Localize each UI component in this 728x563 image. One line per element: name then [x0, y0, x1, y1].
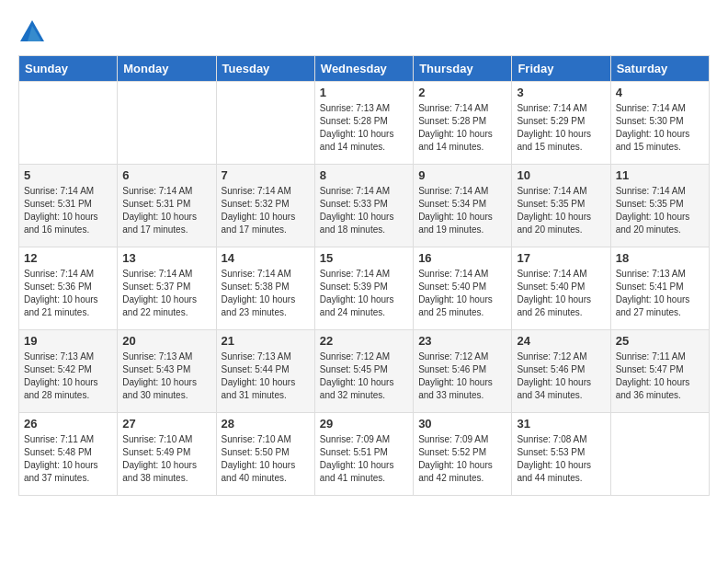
day-number: 12: [24, 251, 112, 265]
day-number: 22: [320, 334, 408, 348]
calendar-cell: [118, 82, 216, 165]
calendar-cell: 1Sunrise: 7:13 AM Sunset: 5:28 PM Daylig…: [314, 82, 413, 165]
calendar-cell: 9Sunrise: 7:14 AM Sunset: 5:34 PM Daylig…: [414, 165, 512, 247]
day-info: Sunrise: 7:14 AM Sunset: 5:33 PM Dayligh…: [320, 185, 408, 236]
day-number: 13: [122, 251, 210, 265]
calendar-cell: 17Sunrise: 7:14 AM Sunset: 5:40 PM Dayli…: [512, 247, 610, 330]
day-info: Sunrise: 7:14 AM Sunset: 5:37 PM Dayligh…: [122, 268, 210, 319]
logo: [18, 18, 48, 46]
calendar-cell: 7Sunrise: 7:14 AM Sunset: 5:32 PM Daylig…: [216, 165, 314, 247]
calendar-week-5: 26Sunrise: 7:11 AM Sunset: 5:48 PM Dayli…: [19, 413, 710, 496]
day-info: Sunrise: 7:10 AM Sunset: 5:50 PM Dayligh…: [222, 433, 310, 485]
page-header: [18, 18, 710, 46]
calendar-cell: 20Sunrise: 7:13 AM Sunset: 5:43 PM Dayli…: [118, 330, 216, 413]
day-number: 7: [222, 168, 310, 182]
calendar-cell: 15Sunrise: 7:14 AM Sunset: 5:39 PM Dayli…: [314, 247, 413, 330]
day-info: Sunrise: 7:14 AM Sunset: 5:35 PM Dayligh…: [517, 185, 605, 236]
day-number: 2: [418, 86, 506, 99]
day-number: 23: [418, 334, 506, 348]
calendar-cell: 2Sunrise: 7:14 AM Sunset: 5:28 PM Daylig…: [414, 82, 512, 165]
calendar-week-1: 1Sunrise: 7:13 AM Sunset: 5:28 PM Daylig…: [19, 82, 710, 165]
day-info: Sunrise: 7:14 AM Sunset: 5:29 PM Dayligh…: [517, 102, 605, 154]
day-header-sunday: Sunday: [19, 56, 118, 82]
day-info: Sunrise: 7:10 AM Sunset: 5:49 PM Dayligh…: [122, 433, 210, 485]
day-info: Sunrise: 7:12 AM Sunset: 5:46 PM Dayligh…: [418, 350, 506, 402]
calendar-cell: 21Sunrise: 7:13 AM Sunset: 5:44 PM Dayli…: [216, 330, 314, 413]
day-info: Sunrise: 7:09 AM Sunset: 5:51 PM Dayligh…: [320, 433, 408, 485]
day-number: 18: [616, 251, 704, 265]
day-info: Sunrise: 7:12 AM Sunset: 5:45 PM Dayligh…: [320, 350, 408, 402]
day-number: 5: [24, 168, 112, 182]
calendar-cell: 22Sunrise: 7:12 AM Sunset: 5:45 PM Dayli…: [314, 330, 413, 413]
day-info: Sunrise: 7:14 AM Sunset: 5:30 PM Dayligh…: [616, 102, 704, 154]
day-info: Sunrise: 7:09 AM Sunset: 5:52 PM Dayligh…: [418, 433, 506, 485]
day-number: 14: [222, 251, 310, 265]
calendar-cell: 5Sunrise: 7:14 AM Sunset: 5:31 PM Daylig…: [19, 165, 118, 247]
day-info: Sunrise: 7:13 AM Sunset: 5:42 PM Dayligh…: [24, 350, 112, 402]
day-number: 11: [616, 168, 704, 182]
day-header-wednesday: Wednesday: [314, 56, 413, 82]
day-number: 26: [24, 417, 112, 431]
calendar-cell: 24Sunrise: 7:12 AM Sunset: 5:46 PM Dayli…: [512, 330, 610, 413]
day-info: Sunrise: 7:14 AM Sunset: 5:38 PM Dayligh…: [222, 268, 310, 319]
calendar-cell: 11Sunrise: 7:14 AM Sunset: 5:35 PM Dayli…: [610, 165, 709, 247]
day-number: 4: [616, 86, 704, 99]
calendar-cell: 13Sunrise: 7:14 AM Sunset: 5:37 PM Dayli…: [118, 247, 216, 330]
calendar-cell: 12Sunrise: 7:14 AM Sunset: 5:36 PM Dayli…: [19, 247, 118, 330]
calendar-cell: 30Sunrise: 7:09 AM Sunset: 5:52 PM Dayli…: [414, 413, 512, 496]
day-number: 28: [222, 417, 310, 431]
day-info: Sunrise: 7:13 AM Sunset: 5:41 PM Dayligh…: [616, 268, 704, 319]
calendar-cell: 23Sunrise: 7:12 AM Sunset: 5:46 PM Dayli…: [414, 330, 512, 413]
day-info: Sunrise: 7:11 AM Sunset: 5:48 PM Dayligh…: [24, 433, 112, 485]
calendar-cell: 29Sunrise: 7:09 AM Sunset: 5:51 PM Dayli…: [314, 413, 413, 496]
calendar-week-4: 19Sunrise: 7:13 AM Sunset: 5:42 PM Dayli…: [19, 330, 710, 413]
calendar-cell: 26Sunrise: 7:11 AM Sunset: 5:48 PM Dayli…: [19, 413, 118, 496]
calendar-cell: 14Sunrise: 7:14 AM Sunset: 5:38 PM Dayli…: [216, 247, 314, 330]
day-number: 30: [418, 417, 506, 431]
day-number: 10: [517, 168, 605, 182]
day-number: 9: [418, 168, 506, 182]
calendar-cell: 3Sunrise: 7:14 AM Sunset: 5:29 PM Daylig…: [512, 82, 610, 165]
day-number: 29: [320, 417, 408, 431]
calendar-cell: 19Sunrise: 7:13 AM Sunset: 5:42 PM Dayli…: [19, 330, 118, 413]
calendar-cell: [216, 82, 314, 165]
calendar-week-3: 12Sunrise: 7:14 AM Sunset: 5:36 PM Dayli…: [19, 247, 710, 330]
calendar-cell: 28Sunrise: 7:10 AM Sunset: 5:50 PM Dayli…: [216, 413, 314, 496]
day-info: Sunrise: 7:14 AM Sunset: 5:31 PM Dayligh…: [24, 185, 112, 236]
day-number: 27: [122, 417, 210, 431]
calendar-cell: [19, 82, 118, 165]
day-number: 19: [24, 334, 112, 348]
day-info: Sunrise: 7:14 AM Sunset: 5:36 PM Dayligh…: [24, 268, 112, 319]
calendar-table: SundayMondayTuesdayWednesdayThursdayFrid…: [18, 55, 710, 496]
day-info: Sunrise: 7:13 AM Sunset: 5:43 PM Dayligh…: [122, 350, 210, 402]
calendar-cell: [610, 413, 709, 496]
day-header-tuesday: Tuesday: [216, 56, 314, 82]
calendar-cell: 10Sunrise: 7:14 AM Sunset: 5:35 PM Dayli…: [512, 165, 610, 247]
day-number: 1: [320, 86, 408, 99]
day-header-thursday: Thursday: [414, 56, 512, 82]
calendar-cell: 8Sunrise: 7:14 AM Sunset: 5:33 PM Daylig…: [314, 165, 413, 247]
day-info: Sunrise: 7:14 AM Sunset: 5:40 PM Dayligh…: [517, 268, 605, 319]
calendar-header-row: SundayMondayTuesdayWednesdayThursdayFrid…: [19, 56, 710, 82]
day-header-saturday: Saturday: [610, 56, 709, 82]
day-info: Sunrise: 7:14 AM Sunset: 5:35 PM Dayligh…: [616, 185, 704, 236]
calendar-cell: 4Sunrise: 7:14 AM Sunset: 5:30 PM Daylig…: [610, 82, 709, 165]
day-number: 3: [517, 86, 605, 99]
day-info: Sunrise: 7:12 AM Sunset: 5:46 PM Dayligh…: [517, 350, 605, 402]
day-info: Sunrise: 7:14 AM Sunset: 5:28 PM Dayligh…: [418, 102, 506, 154]
day-number: 25: [616, 334, 704, 348]
day-header-monday: Monday: [118, 56, 216, 82]
calendar-cell: 18Sunrise: 7:13 AM Sunset: 5:41 PM Dayli…: [610, 247, 709, 330]
calendar-cell: 25Sunrise: 7:11 AM Sunset: 5:47 PM Dayli…: [610, 330, 709, 413]
day-info: Sunrise: 7:14 AM Sunset: 5:34 PM Dayligh…: [418, 185, 506, 236]
day-info: Sunrise: 7:14 AM Sunset: 5:32 PM Dayligh…: [222, 185, 310, 236]
day-info: Sunrise: 7:08 AM Sunset: 5:53 PM Dayligh…: [517, 433, 605, 485]
day-info: Sunrise: 7:13 AM Sunset: 5:28 PM Dayligh…: [320, 102, 408, 154]
day-number: 15: [320, 251, 408, 265]
day-info: Sunrise: 7:14 AM Sunset: 5:31 PM Dayligh…: [122, 185, 210, 236]
day-number: 21: [222, 334, 310, 348]
calendar-cell: 27Sunrise: 7:10 AM Sunset: 5:49 PM Dayli…: [118, 413, 216, 496]
day-number: 8: [320, 168, 408, 182]
calendar-cell: 16Sunrise: 7:14 AM Sunset: 5:40 PM Dayli…: [414, 247, 512, 330]
day-info: Sunrise: 7:11 AM Sunset: 5:47 PM Dayligh…: [616, 350, 704, 402]
